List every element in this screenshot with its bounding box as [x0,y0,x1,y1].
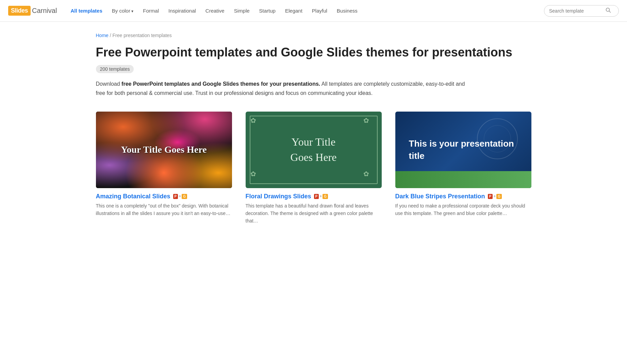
template-icons-floral: P + G [314,194,328,199]
template-name-darkblue[interactable]: Dark Blue Stripes Presentation P + G [395,193,531,200]
page-description: Download free PowerPoint templates and G… [96,79,470,98]
template-card-darkblue[interactable]: This is your presentation title Dark Blu… [395,112,531,225]
slides-icon: G [182,194,187,199]
site-header: Slides Carnival All templates By color F… [0,0,627,22]
template-desc-floral: This template has a beautiful hand drawn… [246,202,382,225]
nav-inspirational[interactable]: Inspirational [164,6,200,16]
nav-formal[interactable]: Formal [139,6,163,16]
ppt-icon-2: P [314,194,319,199]
nav-elegant[interactable]: Elegant [281,6,307,16]
breadcrumb-separator: / [110,33,113,38]
template-thumbnail-darkblue: This is your presentation title [395,112,531,188]
slide-title-botanical: Your Title Goes Here [121,144,207,156]
plus-sep-2: + [319,194,322,199]
corner-tl-icon: ✿ [250,116,264,130]
corner-tr-icon: ✿ [363,116,377,130]
template-card-floral[interactable]: ✿ ✿ ✿ ✿ Your TitleGoes Here Floral Drawi… [246,112,382,225]
template-desc-darkblue: If you need to make a professional corpo… [395,202,531,217]
template-thumbnail-botanical: Your Title Goes Here [96,112,232,188]
ppt-icon: P [173,194,178,199]
slide-title-darkblue: This is your presentation title [395,137,531,162]
nav-all-templates[interactable]: All templates [66,6,106,16]
template-desc-botanical: This one is a completely "out of the box… [96,202,232,217]
template-name-floral[interactable]: Floral Drawings Slides P + G [246,193,382,200]
nav-playful[interactable]: Playful [308,6,331,16]
logo-carnival-text: Carnival [32,7,57,15]
search-box[interactable] [544,5,619,17]
page-title: Free Powerpoint templates and Google Sli… [96,45,531,60]
main-nav: All templates By color Formal Inspiratio… [66,6,541,16]
slides-icon-3: G [496,194,502,199]
search-icon [606,7,611,14]
main-content: Home / Free presentation templates Free … [69,22,559,236]
template-icons-darkblue: P + G [488,194,502,199]
nav-simple[interactable]: Simple [230,6,254,16]
template-card-botanical[interactable]: Your Title Goes Here Amazing Botanical S… [96,112,232,225]
corner-br-icon: ✿ [363,170,377,183]
nav-creative[interactable]: Creative [201,6,229,16]
breadcrumb: Home / Free presentation templates [96,33,531,38]
template-thumbnail-floral: ✿ ✿ ✿ ✿ Your TitleGoes Here [246,112,382,188]
template-count-badge: 200 templates [96,65,134,73]
slides-icon-2: G [323,194,328,199]
search-input[interactable] [549,8,604,14]
description-prefix: Download [96,81,122,87]
template-icons-botanical: P + G [173,194,187,199]
svg-line-1 [609,11,611,12]
ppt-icon-3: P [488,194,493,199]
stripe-accent [395,171,531,188]
description-bold: free PowerPoint templates and Google Sli… [121,81,320,87]
templates-grid: Your Title Goes Here Amazing Botanical S… [96,112,531,225]
nav-by-color[interactable]: By color [108,6,138,16]
logo-slides-icon: Slides [8,6,31,16]
breadcrumb-current: Free presentation templates [113,33,172,38]
breadcrumb-home[interactable]: Home [96,33,109,38]
nav-business[interactable]: Business [333,6,362,16]
logo-link[interactable]: Slides Carnival [8,6,57,16]
template-name-botanical[interactable]: Amazing Botanical Slides P + G [96,193,232,200]
slide-title-floral: Your TitleGoes Here [291,134,337,165]
nav-startup[interactable]: Startup [255,6,280,16]
plus-sep: + [179,194,181,199]
corner-bl-icon: ✿ [250,170,264,183]
plus-sep-3: + [493,194,496,199]
